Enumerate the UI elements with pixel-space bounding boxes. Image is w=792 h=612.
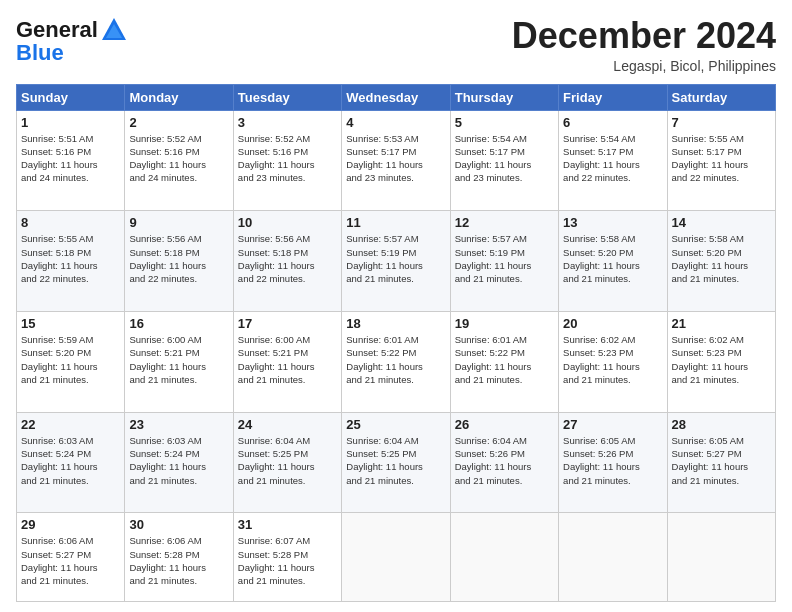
calendar-week-row: 8Sunrise: 5:55 AMSunset: 5:18 PMDaylight… xyxy=(17,211,776,312)
day-number: 9 xyxy=(129,215,228,230)
day-info: Sunrise: 5:54 AMSunset: 5:17 PMDaylight:… xyxy=(455,132,554,185)
day-info: Sunrise: 5:58 AMSunset: 5:20 PMDaylight:… xyxy=(563,232,662,285)
header: General Blue December 2024 Legaspi, Bico… xyxy=(16,16,776,74)
day-info: Sunrise: 6:04 AMSunset: 5:26 PMDaylight:… xyxy=(455,434,554,487)
calendar-cell: 24Sunrise: 6:04 AMSunset: 5:25 PMDayligh… xyxy=(233,412,341,513)
day-number: 28 xyxy=(672,417,771,432)
day-number: 26 xyxy=(455,417,554,432)
calendar-cell: 14Sunrise: 5:58 AMSunset: 5:20 PMDayligh… xyxy=(667,211,775,312)
calendar-week-row: 29Sunrise: 6:06 AMSunset: 5:27 PMDayligh… xyxy=(17,513,776,602)
calendar-cell: 26Sunrise: 6:04 AMSunset: 5:26 PMDayligh… xyxy=(450,412,558,513)
day-number: 18 xyxy=(346,316,445,331)
day-info: Sunrise: 5:52 AMSunset: 5:16 PMDaylight:… xyxy=(129,132,228,185)
calendar-cell: 21Sunrise: 6:02 AMSunset: 5:23 PMDayligh… xyxy=(667,311,775,412)
calendar-cell: 23Sunrise: 6:03 AMSunset: 5:24 PMDayligh… xyxy=(125,412,233,513)
day-number: 10 xyxy=(238,215,337,230)
calendar-cell: 7Sunrise: 5:55 AMSunset: 5:17 PMDaylight… xyxy=(667,110,775,211)
day-info: Sunrise: 6:00 AMSunset: 5:21 PMDaylight:… xyxy=(238,333,337,386)
day-number: 22 xyxy=(21,417,120,432)
location: Legaspi, Bicol, Philippines xyxy=(512,58,776,74)
column-header-friday: Friday xyxy=(559,84,667,110)
logo: General Blue xyxy=(16,16,130,66)
day-info: Sunrise: 6:01 AMSunset: 5:22 PMDaylight:… xyxy=(346,333,445,386)
calendar-cell: 25Sunrise: 6:04 AMSunset: 5:25 PMDayligh… xyxy=(342,412,450,513)
calendar-cell: 6Sunrise: 5:54 AMSunset: 5:17 PMDaylight… xyxy=(559,110,667,211)
day-number: 2 xyxy=(129,115,228,130)
day-info: Sunrise: 5:52 AMSunset: 5:16 PMDaylight:… xyxy=(238,132,337,185)
day-number: 19 xyxy=(455,316,554,331)
day-info: Sunrise: 6:00 AMSunset: 5:21 PMDaylight:… xyxy=(129,333,228,386)
day-number: 4 xyxy=(346,115,445,130)
day-number: 20 xyxy=(563,316,662,331)
day-number: 23 xyxy=(129,417,228,432)
day-info: Sunrise: 5:55 AMSunset: 5:17 PMDaylight:… xyxy=(672,132,771,185)
column-header-saturday: Saturday xyxy=(667,84,775,110)
day-number: 30 xyxy=(129,517,228,532)
day-number: 8 xyxy=(21,215,120,230)
calendar-cell: 8Sunrise: 5:55 AMSunset: 5:18 PMDaylight… xyxy=(17,211,125,312)
day-info: Sunrise: 6:05 AMSunset: 5:26 PMDaylight:… xyxy=(563,434,662,487)
day-number: 13 xyxy=(563,215,662,230)
day-info: Sunrise: 5:56 AMSunset: 5:18 PMDaylight:… xyxy=(238,232,337,285)
column-header-wednesday: Wednesday xyxy=(342,84,450,110)
day-info: Sunrise: 5:56 AMSunset: 5:18 PMDaylight:… xyxy=(129,232,228,285)
calendar-cell: 20Sunrise: 6:02 AMSunset: 5:23 PMDayligh… xyxy=(559,311,667,412)
calendar-cell xyxy=(342,513,450,602)
calendar-cell: 12Sunrise: 5:57 AMSunset: 5:19 PMDayligh… xyxy=(450,211,558,312)
calendar-cell: 1Sunrise: 5:51 AMSunset: 5:16 PMDaylight… xyxy=(17,110,125,211)
day-number: 17 xyxy=(238,316,337,331)
title-block: December 2024 Legaspi, Bicol, Philippine… xyxy=(512,16,776,74)
calendar-cell xyxy=(450,513,558,602)
calendar-cell: 2Sunrise: 5:52 AMSunset: 5:16 PMDaylight… xyxy=(125,110,233,211)
day-number: 12 xyxy=(455,215,554,230)
calendar-cell: 4Sunrise: 5:53 AMSunset: 5:17 PMDaylight… xyxy=(342,110,450,211)
calendar-table: SundayMondayTuesdayWednesdayThursdayFrid… xyxy=(16,84,776,602)
day-number: 14 xyxy=(672,215,771,230)
day-number: 29 xyxy=(21,517,120,532)
calendar-cell: 5Sunrise: 5:54 AMSunset: 5:17 PMDaylight… xyxy=(450,110,558,211)
page-container: General Blue December 2024 Legaspi, Bico… xyxy=(0,0,792,612)
calendar-cell: 30Sunrise: 6:06 AMSunset: 5:28 PMDayligh… xyxy=(125,513,233,602)
calendar-cell: 11Sunrise: 5:57 AMSunset: 5:19 PMDayligh… xyxy=(342,211,450,312)
day-info: Sunrise: 6:02 AMSunset: 5:23 PMDaylight:… xyxy=(672,333,771,386)
day-info: Sunrise: 6:04 AMSunset: 5:25 PMDaylight:… xyxy=(238,434,337,487)
calendar-cell: 27Sunrise: 6:05 AMSunset: 5:26 PMDayligh… xyxy=(559,412,667,513)
day-number: 5 xyxy=(455,115,554,130)
day-info: Sunrise: 6:05 AMSunset: 5:27 PMDaylight:… xyxy=(672,434,771,487)
column-header-tuesday: Tuesday xyxy=(233,84,341,110)
day-number: 1 xyxy=(21,115,120,130)
calendar-week-row: 15Sunrise: 5:59 AMSunset: 5:20 PMDayligh… xyxy=(17,311,776,412)
calendar-cell: 3Sunrise: 5:52 AMSunset: 5:16 PMDaylight… xyxy=(233,110,341,211)
calendar-week-row: 1Sunrise: 5:51 AMSunset: 5:16 PMDaylight… xyxy=(17,110,776,211)
day-number: 21 xyxy=(672,316,771,331)
calendar-cell: 13Sunrise: 5:58 AMSunset: 5:20 PMDayligh… xyxy=(559,211,667,312)
calendar-cell: 9Sunrise: 5:56 AMSunset: 5:18 PMDaylight… xyxy=(125,211,233,312)
calendar-cell: 22Sunrise: 6:03 AMSunset: 5:24 PMDayligh… xyxy=(17,412,125,513)
day-info: Sunrise: 5:58 AMSunset: 5:20 PMDaylight:… xyxy=(672,232,771,285)
day-number: 27 xyxy=(563,417,662,432)
calendar-cell: 19Sunrise: 6:01 AMSunset: 5:22 PMDayligh… xyxy=(450,311,558,412)
calendar-header-row: SundayMondayTuesdayWednesdayThursdayFrid… xyxy=(17,84,776,110)
calendar-cell: 29Sunrise: 6:06 AMSunset: 5:27 PMDayligh… xyxy=(17,513,125,602)
day-info: Sunrise: 6:03 AMSunset: 5:24 PMDaylight:… xyxy=(129,434,228,487)
day-info: Sunrise: 5:57 AMSunset: 5:19 PMDaylight:… xyxy=(455,232,554,285)
day-info: Sunrise: 5:55 AMSunset: 5:18 PMDaylight:… xyxy=(21,232,120,285)
logo-icon xyxy=(100,16,128,44)
day-number: 16 xyxy=(129,316,228,331)
day-info: Sunrise: 6:06 AMSunset: 5:27 PMDaylight:… xyxy=(21,534,120,587)
calendar-cell: 16Sunrise: 6:00 AMSunset: 5:21 PMDayligh… xyxy=(125,311,233,412)
day-number: 25 xyxy=(346,417,445,432)
calendar-cell xyxy=(667,513,775,602)
day-number: 3 xyxy=(238,115,337,130)
calendar-cell xyxy=(559,513,667,602)
day-number: 11 xyxy=(346,215,445,230)
day-info: Sunrise: 5:57 AMSunset: 5:19 PMDaylight:… xyxy=(346,232,445,285)
day-number: 6 xyxy=(563,115,662,130)
day-info: Sunrise: 6:06 AMSunset: 5:28 PMDaylight:… xyxy=(129,534,228,587)
column-header-sunday: Sunday xyxy=(17,84,125,110)
day-info: Sunrise: 6:07 AMSunset: 5:28 PMDaylight:… xyxy=(238,534,337,587)
day-info: Sunrise: 6:03 AMSunset: 5:24 PMDaylight:… xyxy=(21,434,120,487)
day-info: Sunrise: 6:04 AMSunset: 5:25 PMDaylight:… xyxy=(346,434,445,487)
month-title: December 2024 xyxy=(512,16,776,56)
day-info: Sunrise: 6:01 AMSunset: 5:22 PMDaylight:… xyxy=(455,333,554,386)
